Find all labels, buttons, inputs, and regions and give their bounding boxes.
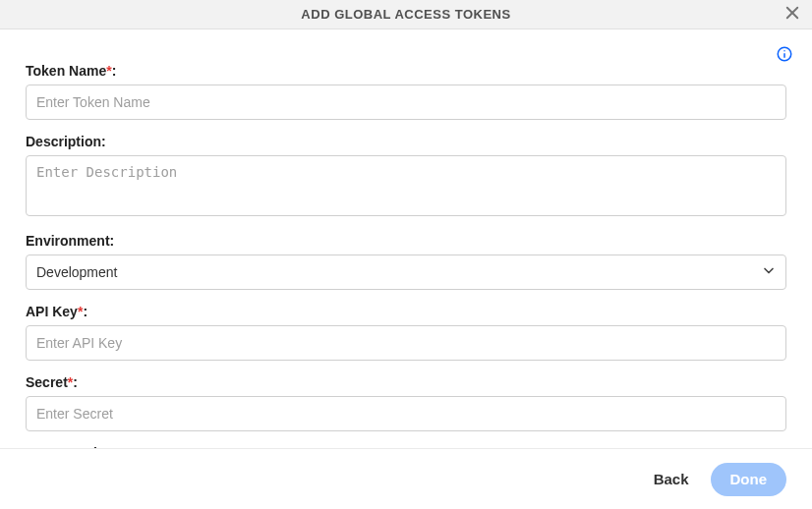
required-asterisk: *	[68, 374, 73, 390]
token-name-input[interactable]	[26, 85, 786, 120]
token-name-label: Token Name*:	[26, 63, 786, 79]
field-environment: Environment: Development	[26, 233, 786, 290]
api-key-input[interactable]	[26, 325, 786, 361]
back-button[interactable]: Back	[650, 465, 693, 493]
dialog-footer: Back Done	[0, 448, 812, 509]
description-label: Description:	[26, 134, 786, 149]
field-secret: Secret*:	[26, 374, 786, 431]
environment-label: Environment:	[26, 233, 786, 249]
dialog-body: Token Name*: Description: Environment: D…	[0, 29, 812, 448]
close-button[interactable]	[781, 2, 804, 26]
close-icon	[783, 4, 801, 25]
environment-select[interactable]: Development	[26, 254, 786, 290]
description-input[interactable]	[26, 155, 786, 216]
secret-label: Secret*:	[26, 374, 786, 390]
required-asterisk: *	[106, 63, 111, 79]
field-token-name: Token Name*:	[26, 63, 786, 120]
dialog-title: ADD GLOBAL ACCESS TOKENS	[301, 7, 510, 22]
done-button[interactable]: Done	[711, 463, 787, 496]
field-description: Description:	[26, 134, 786, 219]
required-asterisk: *	[78, 304, 83, 319]
api-key-label: API Key*:	[26, 304, 786, 319]
secret-input[interactable]	[26, 396, 786, 431]
field-api-key: API Key*:	[26, 304, 786, 361]
dialog-header: ADD GLOBAL ACCESS TOKENS	[0, 0, 812, 29]
